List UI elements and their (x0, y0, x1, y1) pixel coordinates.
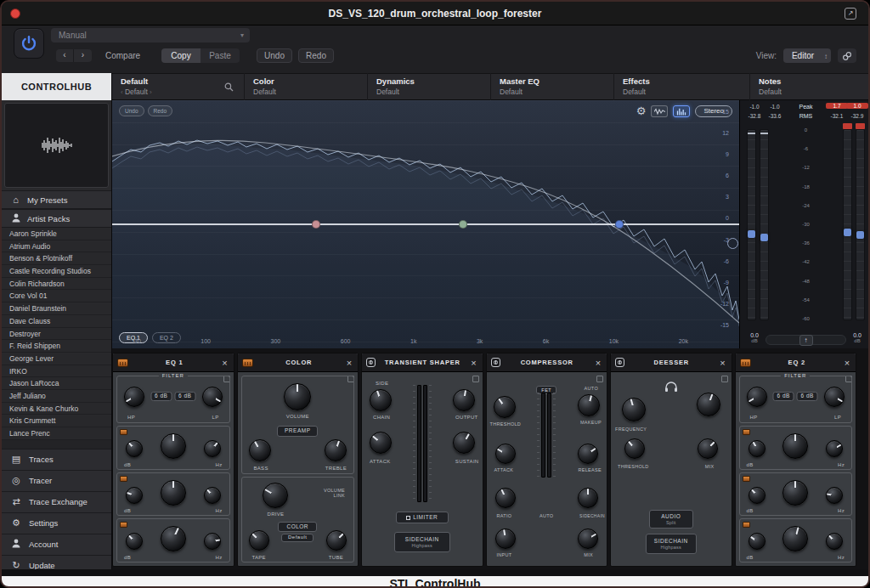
close-icon[interactable]: × (345, 359, 353, 367)
meter-handle[interactable] (760, 234, 768, 241)
artist-pack-item[interactable]: George Lever (2, 353, 111, 365)
close-icon[interactable]: × (719, 359, 727, 367)
module-header[interactable]: COMPRESSOR × (487, 353, 607, 372)
preset-col-master-eq[interactable]: Master EQ Default (490, 73, 613, 100)
output-meter-right[interactable] (856, 129, 865, 320)
artist-pack-item[interactable]: Aaron Sprinkle (2, 228, 111, 240)
artist-pack-item[interactable]: Core Vol 01 (2, 290, 111, 302)
band-gain-knob[interactable] (749, 533, 765, 550)
eq-redo-button[interactable]: Redo (148, 105, 173, 116)
listen-headphone-icon[interactable] (664, 381, 678, 396)
hp-slope-button[interactable]: 6 dB (773, 392, 794, 401)
prev-preset-button[interactable]: ‹ (56, 49, 74, 62)
sidechain-button[interactable]: SIDECHAINHighpass (394, 532, 450, 552)
preset-col-notes[interactable]: Notes Default (749, 73, 870, 100)
sidebar-item-traces[interactable]: ▤ Traces (2, 449, 111, 470)
band-q-knob[interactable] (782, 526, 808, 551)
eq-undo-button[interactable]: Undo (119, 105, 144, 116)
band-gain-knob[interactable] (126, 533, 143, 550)
eq-node-1[interactable] (312, 220, 320, 229)
search-icon[interactable] (224, 80, 234, 95)
hp-knob[interactable] (747, 387, 767, 407)
output-knob[interactable] (453, 389, 475, 411)
clip-indicator[interactable] (856, 123, 865, 129)
drive-knob[interactable] (263, 483, 288, 508)
out-peak-right[interactable]: 1.0 (846, 103, 868, 109)
range-knob[interactable] (697, 393, 720, 416)
artist-pack-item[interactable]: Atrium Audio (2, 240, 111, 253)
sidebar-item-trace-exchange[interactable]: ⇄ Trace Exchange (2, 491, 111, 512)
eq-node-2[interactable] (459, 220, 467, 229)
attack-knob[interactable] (370, 432, 392, 454)
band-amp-icon[interactable] (743, 522, 750, 528)
artist-pack-item[interactable]: F. Reid Shippen (2, 340, 111, 353)
module-header[interactable]: EQ 1 × (113, 353, 234, 372)
volume-link-label[interactable]: VOLUMELINK (324, 488, 345, 498)
input-knob[interactable] (495, 529, 516, 549)
sidechain-knob[interactable] (370, 389, 392, 411)
artist-pack-item[interactable]: Kevin & Kane Churko (2, 403, 111, 416)
hp-slope-button[interactable]: 6 dB (150, 392, 172, 401)
band-freq-knob[interactable] (826, 440, 843, 457)
artist-pack-item[interactable]: Dave Clauss (2, 315, 111, 328)
band-q-knob[interactable] (161, 480, 186, 506)
out-peak-left[interactable]: 1.7 (826, 103, 848, 109)
band-q-knob[interactable] (782, 480, 808, 506)
tube-knob[interactable] (326, 530, 347, 551)
band-amp-icon[interactable] (120, 522, 127, 528)
release-knob[interactable] (578, 444, 598, 464)
limiter-button[interactable]: LIMITER (396, 512, 449, 523)
sidebar-item-settings[interactable]: ⚙ Settings (2, 512, 111, 534)
artist-pack-item[interactable]: Jason LaRocca (2, 377, 111, 390)
next-preset-button[interactable]: › (74, 49, 92, 62)
band-amp-icon[interactable] (743, 429, 750, 435)
amp-icon[interactable] (242, 359, 253, 367)
preset-col-default[interactable]: Default ‹ Default › (112, 73, 244, 100)
tape-knob[interactable] (249, 530, 269, 551)
preset-col-effects[interactable]: Effects Default (613, 73, 749, 100)
close-icon[interactable]: × (843, 359, 851, 367)
redo-button[interactable]: Redo (298, 48, 334, 63)
module-header[interactable]: EQ 2 × (736, 353, 856, 372)
clip-indicator[interactable] (843, 123, 852, 129)
band-freq-knob[interactable] (826, 487, 843, 504)
mix-knob[interactable] (578, 529, 598, 549)
band-gain-knob[interactable] (126, 440, 143, 457)
threshold-knob[interactable] (494, 396, 516, 418)
band-freq-knob[interactable] (204, 487, 221, 504)
close-icon[interactable]: × (470, 359, 478, 367)
lp-slope-button[interactable]: 6 dB (797, 392, 818, 401)
lp-knob[interactable] (202, 387, 223, 407)
threshold-knob[interactable] (624, 438, 645, 459)
power-icon[interactable] (366, 358, 376, 367)
input-meter-right[interactable] (760, 129, 769, 320)
close-icon[interactable]: × (594, 359, 602, 367)
eq-node-3[interactable] (615, 220, 624, 229)
volume-knob[interactable] (284, 383, 311, 410)
artist-pack-item[interactable]: Kris Crummett (2, 415, 111, 427)
artist-pack-item[interactable]: Castle Recording Studios (2, 265, 111, 278)
undo-button[interactable]: Undo (257, 48, 292, 63)
input-meter-left[interactable] (747, 129, 756, 320)
detach-window-icon[interactable]: ↗ (845, 8, 856, 20)
artist-pack-item[interactable]: Colin Richardson (2, 278, 111, 291)
spectrum-view-button[interactable] (673, 105, 690, 117)
sidebar-item-tracer[interactable]: ◎ Tracer (2, 470, 111, 491)
meter-expand-button[interactable]: ↑ (799, 335, 813, 346)
auto-release-label[interactable]: AUTO (540, 513, 553, 518)
band-gain-knob[interactable] (749, 487, 765, 504)
lp-slope-button[interactable]: 6 dB (174, 392, 195, 401)
makeup-knob[interactable] (578, 394, 600, 416)
band-gain-knob[interactable] (126, 487, 143, 504)
view-select[interactable]: Editor↕ (783, 48, 831, 63)
power-icon[interactable] (615, 358, 624, 367)
sidebar-item-account[interactable]: Account (2, 534, 111, 555)
sidebar-item-my-presets[interactable]: ⌂ My Presets (2, 190, 111, 209)
band-amp-icon[interactable] (743, 476, 750, 482)
color-mode-button[interactable]: COLOR (278, 522, 317, 532)
ratio-knob[interactable] (495, 488, 516, 508)
band-q-knob[interactable] (161, 526, 186, 551)
band-q-knob[interactable] (161, 433, 186, 459)
sidechain-button[interactable]: SIDECHAINHighpass (646, 534, 697, 554)
sidebar-item-artist-packs[interactable]: Artist Packs (2, 209, 111, 228)
